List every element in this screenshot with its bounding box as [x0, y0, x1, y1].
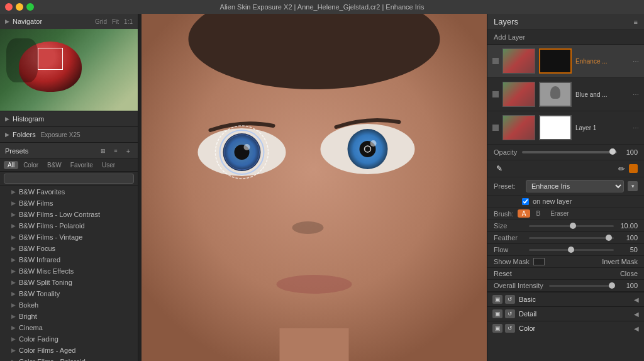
close-button[interactable]: Close	[620, 270, 638, 277]
size-slider-handle[interactable]	[570, 223, 576, 229]
navigator-header[interactable]: ▶ Navigator Grid Fit 1:1	[0, 14, 138, 29]
layer-mask-thumbnail-enhance	[539, 48, 572, 74]
opacity-label: Opacity	[494, 148, 517, 156]
layers-menu-button[interactable]: ≡	[634, 18, 638, 26]
color-icon-2[interactable]: ↺	[505, 324, 515, 333]
list-item[interactable]: ▶B&W Tonality	[0, 288, 138, 299]
reset-button[interactable]: Reset	[494, 270, 512, 277]
folders-arrow: ▶	[5, 131, 9, 138]
feather-slider[interactable]	[529, 237, 614, 239]
navigator-controls: Grid Fit 1:1	[95, 18, 133, 25]
svg-point-5	[244, 144, 250, 150]
preset-icons: ⊞ ≡ +	[99, 147, 133, 155]
size-slider[interactable]	[529, 225, 614, 227]
preset-tab-color[interactable]: Color	[19, 161, 42, 169]
detail-icon-1[interactable]: ▣	[492, 309, 502, 318]
brush-tab-eraser[interactable]: Eraser	[546, 209, 573, 218]
layer-item-blue[interactable]: Blue and ... ⋯	[487, 78, 644, 111]
preset-select[interactable]: Enhance Iris Blue and ...	[526, 180, 624, 192]
presets-search-container	[0, 172, 138, 186]
nav-grid[interactable]: Grid	[95, 18, 107, 25]
right-panel: Layers ≡ Add Layer Enhance ... ⋯	[487, 14, 644, 361]
flow-label: Flow	[494, 246, 524, 253]
layer-mask-thumbnail-blue	[539, 82, 572, 107]
navigator-section: ▶ Navigator Grid Fit 1:1	[0, 14, 138, 111]
color-arrow: ◀	[634, 325, 639, 332]
layer-visibility-icon[interactable]	[492, 58, 499, 64]
presets-grid-view[interactable]: ⊞	[99, 147, 108, 155]
list-item[interactable]: ▶B&W Films - Low Contrast	[0, 209, 138, 220]
presets-list-view[interactable]: ≡	[111, 147, 120, 155]
list-item[interactable]: ▶Color Films - Aged	[0, 345, 138, 356]
detail-icon-2[interactable]: ↺	[505, 309, 515, 318]
layers-title: Layers	[494, 17, 518, 26]
presets-header: Presets ⊞ ≡ +	[0, 143, 138, 159]
list-item[interactable]: ▶B&W Focus	[0, 243, 138, 254]
color-swatch[interactable]	[629, 164, 638, 173]
presets-add[interactable]: +	[124, 147, 133, 155]
brush-tab-a[interactable]: A	[518, 209, 531, 218]
folders-header[interactable]: ▶ Folders Exposure X25	[0, 127, 138, 142]
opacity-slider[interactable]	[522, 151, 617, 153]
nav-fit[interactable]: Fit	[112, 18, 119, 25]
histogram-label: Histogram	[13, 115, 44, 123]
close-button[interactable]	[5, 3, 13, 11]
overall-intensity-slider[interactable]	[549, 285, 614, 287]
basic-icons: ▣ ↺	[492, 295, 515, 304]
list-item[interactable]: ▶Bokeh	[0, 299, 138, 311]
brush-tab-b[interactable]: B	[531, 209, 545, 218]
layer-visibility-icon[interactable]	[492, 125, 499, 131]
list-item[interactable]: ▶B&W Split Toning	[0, 277, 138, 288]
layer-name-enhance: Enhance ...	[575, 58, 629, 65]
presets-search-input[interactable]	[4, 174, 134, 184]
list-item[interactable]: ▶Cinema	[0, 322, 138, 333]
list-item[interactable]: ▶Bright	[0, 311, 138, 322]
presets-list: ▶B&W Favorites ▶B&W Films ▶B&W Films - L…	[0, 186, 138, 361]
pencil-tool-icon[interactable]: ✏	[618, 164, 625, 174]
maximize-button[interactable]	[26, 3, 34, 11]
invert-mask-button[interactable]: Invert Mask	[602, 258, 638, 265]
on-new-layer-checkbox[interactable]	[522, 198, 529, 205]
window-title: Alien Skin Exposure X2 | Anne_Helene_Gje…	[220, 3, 425, 11]
list-item[interactable]: ▶B&W Films	[0, 197, 138, 209]
canvas-area[interactable]	[142, 14, 487, 361]
list-item[interactable]: ▶B&W Misc Effects	[0, 265, 138, 277]
layer-item-enhance-iris[interactable]: Enhance ... ⋯	[487, 45, 644, 78]
nav-zoom[interactable]: 1:1	[124, 18, 133, 25]
minimize-button[interactable]	[16, 3, 23, 11]
brush-icon[interactable]: ✎	[494, 163, 505, 174]
mask-swatch[interactable]	[533, 258, 545, 265]
layer-options-blue[interactable]: ⋯	[633, 91, 639, 98]
flow-slider-handle[interactable]	[568, 247, 574, 253]
list-item[interactable]: ▶Color Fading	[0, 333, 138, 345]
layer-item-layer1[interactable]: Layer 1 ⋯	[487, 111, 644, 145]
overall-intensity-handle[interactable]	[609, 282, 615, 289]
list-item[interactable]: ▶B&W Films - Vintage	[0, 231, 138, 243]
add-layer-button[interactable]: Add Layer	[487, 30, 644, 45]
color-icon-1[interactable]: ▣	[492, 324, 502, 333]
feather-slider-handle[interactable]	[606, 235, 612, 241]
reset-close-row: Reset Close	[487, 268, 644, 280]
layer-options-layer1[interactable]: ⋯	[633, 125, 639, 131]
histogram-header[interactable]: ▶ Histogram	[0, 111, 138, 126]
list-item[interactable]: ▶B&W Infrared	[0, 254, 138, 265]
svg-point-11	[370, 140, 377, 147]
list-item[interactable]: ▶B&W Favorites	[0, 186, 138, 197]
navigator-focus-box[interactable]	[38, 48, 63, 70]
preset-tab-all[interactable]: All	[4, 161, 18, 169]
layer-thumbnail-blue	[502, 82, 535, 107]
preset-tab-favorite[interactable]: Favorite	[67, 161, 97, 169]
layer-options-enhance[interactable]: ⋯	[633, 58, 639, 65]
basic-icon-2[interactable]: ↺	[505, 295, 515, 304]
preset-tab-user[interactable]: User	[98, 161, 119, 169]
list-item[interactable]: ▶B&W Films - Polaroid	[0, 220, 138, 231]
folders-label: Folders	[13, 131, 36, 138]
flow-slider[interactable]	[529, 249, 614, 251]
size-row: Size 10.00	[487, 220, 644, 232]
preset-tab-bw[interactable]: B&W	[43, 161, 65, 169]
basic-icon-1[interactable]: ▣	[492, 295, 502, 304]
opacity-slider-handle[interactable]	[609, 148, 616, 155]
list-item[interactable]: ▶Color Films - Polaroid	[0, 356, 138, 361]
preset-menu-button[interactable]: ▾	[628, 181, 638, 191]
layer-visibility-icon[interactable]	[492, 91, 499, 97]
